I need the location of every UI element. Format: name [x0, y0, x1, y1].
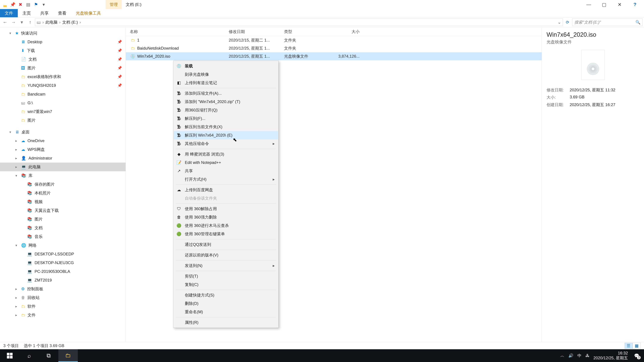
properties-icon[interactable]: ⚑	[33, 2, 38, 7]
address-bar[interactable]: 🖴 › 此电脑 › 文档 (E:) › ⌄	[35, 18, 563, 26]
menu-item[interactable]: 重命名(M)	[174, 308, 278, 316]
tree-node[interactable]: 📚视频	[0, 197, 126, 206]
tree-node[interactable]: ▸🗀软件	[0, 302, 126, 311]
qat-dropdown-icon[interactable]: ▾	[41, 2, 46, 7]
menu-item[interactable]: 🗜添加到压缩文件(A)...	[174, 89, 278, 97]
help-button[interactable]: ?	[627, 0, 643, 9]
tree-node[interactable]: 📄文档📌	[0, 55, 126, 64]
tree-node[interactable]: ▾🖥桌面	[0, 128, 126, 136]
manage-tab[interactable]: 管理	[106, 0, 122, 9]
network-icon[interactable]: 🖧	[586, 353, 590, 358]
tree-node[interactable]: ▸💻此电脑	[0, 163, 126, 171]
forward-button[interactable]: →	[10, 18, 17, 26]
menu-item[interactable]: 还原以前的版本(V)	[174, 251, 278, 259]
navigation-tree[interactable]: ▾★快速访问🖥Desktop📌⬇下载📌📄文档📌🖼图片📌🗀excel表格制作求和📌…	[0, 27, 126, 342]
expander-icon[interactable]: ▾	[16, 243, 19, 247]
file-row[interactable]: 🗀12020/12/15, 星期二 1...文件夹	[126, 36, 542, 44]
tree-node[interactable]: 💻ZMT2019	[0, 276, 126, 285]
address-dropdown-icon[interactable]: ⌄	[558, 20, 561, 25]
tree-node[interactable]: 🖴G:\	[0, 98, 126, 107]
tray-overflow-icon[interactable]: ︿	[560, 353, 564, 358]
close-button[interactable]: ✕	[612, 0, 627, 9]
column-date[interactable]: 修改日期	[229, 29, 284, 34]
menu-item[interactable]: 剪切(T)	[174, 272, 278, 280]
delete-icon[interactable]: ✖	[18, 2, 23, 7]
tree-node[interactable]: 📚天翼云盘下载	[0, 206, 126, 215]
tree-node[interactable]: ▸☁WPS网盘	[0, 145, 126, 154]
menu-item[interactable]: ↗共享	[174, 167, 278, 175]
ribbon-tab-view[interactable]: 查看	[53, 9, 71, 17]
taskbar-clock[interactable]: 16:32 2020/12/25, 星期五	[594, 351, 628, 361]
menu-item[interactable]: ◆用 蜂蜜浏览器 浏览(3)	[174, 150, 278, 158]
breadcrumb-root[interactable]: 此电脑	[46, 19, 58, 25]
ime-indicator[interactable]: 中	[578, 353, 582, 358]
search-box[interactable]: 搜索"文档 (E:)" 🔍	[572, 18, 643, 26]
menu-item[interactable]: 🗜添加到 "Win7x64_2020.zip" (T)	[174, 97, 278, 106]
expander-icon[interactable]: ▸	[16, 139, 19, 143]
tree-node[interactable]: 📚保存的图片	[0, 180, 126, 189]
search-taskbar-button[interactable]: ⌕	[20, 349, 39, 362]
start-button[interactable]	[0, 349, 20, 362]
tree-node[interactable]: 🗀excel表格制作求和📌	[0, 72, 126, 81]
column-size[interactable]: 大小	[331, 29, 364, 34]
tree-node[interactable]: 💻PC-20190530OBLA	[0, 267, 126, 276]
menu-item[interactable]: 🗜解压到当前文件夹(X)	[174, 123, 278, 131]
details-view-button[interactable]: ☰	[624, 343, 632, 349]
column-headers[interactable]: 名称 修改日期 类型 大小	[126, 27, 542, 36]
menu-item[interactable]: 🟢使用 360管理右键菜单	[174, 230, 278, 238]
tree-node[interactable]: 🗀win7重装win7	[0, 107, 126, 116]
refresh-button[interactable]: ⟳	[564, 18, 571, 26]
menu-item[interactable]: 刻录光盘映像	[174, 70, 278, 79]
ribbon-tab-home[interactable]: 主页	[18, 9, 36, 17]
menu-item[interactable]: 删除(D)	[174, 299, 278, 308]
minimize-button[interactable]: —	[581, 0, 596, 9]
recent-dropdown[interactable]: ▾	[18, 18, 26, 26]
system-tray[interactable]: ︿ 🔊 中 🖧 16:32 2020/12/25, 星期五 💬 3	[560, 351, 644, 361]
task-view-button[interactable]: ⧉	[39, 349, 58, 362]
tree-node[interactable]: 🗀Bandicam	[0, 90, 126, 98]
tree-node[interactable]: ▸⚙控制面板	[0, 285, 126, 293]
tree-node[interactable]: 📚本机照片	[0, 189, 126, 197]
file-row[interactable]: 💿Win7x64_2020.iso2020/12/25, 星期五 1...光盘映…	[126, 52, 542, 60]
menu-item[interactable]: ☁上传到百度网盘	[174, 186, 278, 194]
menu-item[interactable]: 💿装载	[174, 62, 278, 70]
tree-node[interactable]: 🗀YUNQISHI2019📌	[0, 81, 126, 90]
menu-item[interactable]: 发送到(N)▸	[174, 261, 278, 270]
tree-node[interactable]: ⬇下载📌	[0, 46, 126, 55]
maximize-button[interactable]: ▢	[596, 0, 612, 9]
tree-node[interactable]: ▸👤Administrator	[0, 154, 126, 163]
expander-icon[interactable]: ▸	[16, 304, 19, 308]
volume-icon[interactable]: 🔊	[568, 353, 574, 358]
expander-icon[interactable]: ▸	[16, 313, 19, 317]
menu-item[interactable]: 🗜其他压缩命令▸	[174, 139, 278, 148]
menu-item[interactable]: 创建快捷方式(S)	[174, 291, 278, 299]
menu-item[interactable]: 🗜解压到 Win7x64_2020\ (E)	[174, 131, 278, 139]
icons-view-button[interactable]: ▦	[632, 343, 641, 349]
tree-node[interactable]: 🖥Desktop📌	[0, 37, 126, 46]
menu-item[interactable]: 🛡使用 360解除占用	[174, 205, 278, 213]
expander-icon[interactable]: ▾	[10, 130, 13, 134]
tree-node[interactable]: 📚文档	[0, 224, 126, 232]
menu-item[interactable]: 属性(R)	[174, 318, 278, 327]
expander-icon[interactable]: ▸	[16, 156, 19, 160]
column-type[interactable]: 类型	[284, 29, 331, 34]
ribbon-tab-disc-tools[interactable]: 光盘映像工具	[71, 9, 106, 17]
menu-item[interactable]: 🗑使用 360强力删除	[174, 213, 278, 221]
tree-node[interactable]: 💻DESKTOP-NJEU3CG	[0, 258, 126, 267]
tree-node[interactable]: 🗀图片	[0, 116, 126, 125]
tree-node[interactable]: ▾★快速访问	[0, 29, 126, 37]
expander-icon[interactable]: ▾	[16, 174, 19, 178]
tree-node[interactable]: 🖼图片📌	[0, 64, 126, 72]
search-icon[interactable]: 🔍	[636, 20, 640, 25]
ribbon-file-tab[interactable]: 文件	[0, 9, 18, 17]
up-button[interactable]: ↑	[26, 18, 34, 26]
chevron-right-icon[interactable]: ›	[59, 20, 60, 25]
menu-item[interactable]: ◧上传到有道云笔记	[174, 79, 278, 87]
new-folder-icon[interactable]: ▤	[26, 2, 31, 7]
menu-item[interactable]: 📝Edit with Notepad++	[174, 158, 278, 167]
expander-icon[interactable]: ▸	[16, 296, 19, 300]
tree-node[interactable]: ▸☁OneDrive	[0, 136, 126, 145]
column-name[interactable]: 名称	[130, 29, 229, 34]
tree-node[interactable]: ▾🌐网络	[0, 241, 126, 250]
menu-item[interactable]: 🟢使用 360进行木马云查杀	[174, 221, 278, 230]
